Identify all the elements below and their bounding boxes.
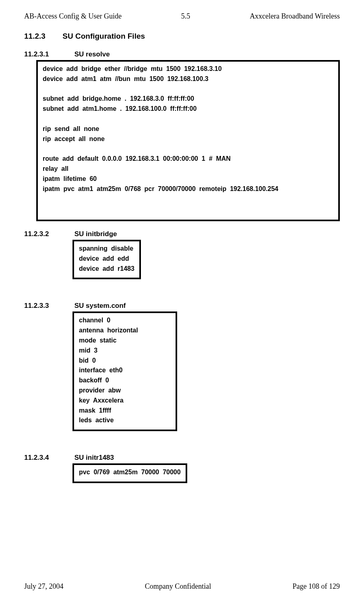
footer-left: July 27, 2004	[24, 582, 64, 591]
page-footer: July 27, 2004 Company Confidential Page …	[24, 582, 340, 591]
heading-number: 11.2.3.4	[24, 454, 72, 462]
heading-title: SU system.conf	[74, 302, 126, 309]
heading-title: SU resolve	[74, 50, 110, 58]
footer-center: Company Confidential	[145, 582, 211, 591]
heading-title: SU Configuration Files	[62, 32, 145, 40]
code-su-system-conf: channel 0 antenna horizontal mode static…	[72, 311, 177, 431]
page-header: AB-Access Config & User Guide 5.5 Axxcel…	[24, 12, 340, 21]
heading-number: 11.2.3.3	[24, 302, 72, 310]
header-center: 5.5	[181, 12, 190, 21]
footer-right: Page 108 of 129	[293, 582, 340, 591]
header-right: Axxcelera Broadband Wireless	[250, 12, 340, 21]
heading-title: SU initbridge	[74, 230, 117, 238]
code-su-resolve: device add bridge ether //bridge mtu 150…	[36, 60, 340, 221]
heading-number: 11.2.3	[24, 32, 60, 41]
heading-number: 11.2.3.1	[24, 50, 72, 58]
heading-su-initr1483: 11.2.3.4 SU initr1483	[24, 454, 340, 462]
code-su-initr1483: pvc 0/769 atm25m 70000 70000	[72, 463, 187, 483]
heading-su-resolve: 11.2.3.1 SU resolve	[24, 50, 340, 58]
header-left: AB-Access Config & User Guide	[24, 12, 122, 21]
heading-su-initbridge: 11.2.3.2 SU initbridge	[24, 230, 340, 238]
heading-number: 11.2.3.2	[24, 230, 72, 238]
heading-title: SU initr1483	[74, 454, 114, 461]
heading-11-2-3: 11.2.3 SU Configuration Files	[24, 32, 340, 41]
heading-su-system-conf: 11.2.3.3 SU system.conf	[24, 302, 340, 310]
code-su-initbridge: spanning disable device add edd device a…	[72, 240, 141, 279]
